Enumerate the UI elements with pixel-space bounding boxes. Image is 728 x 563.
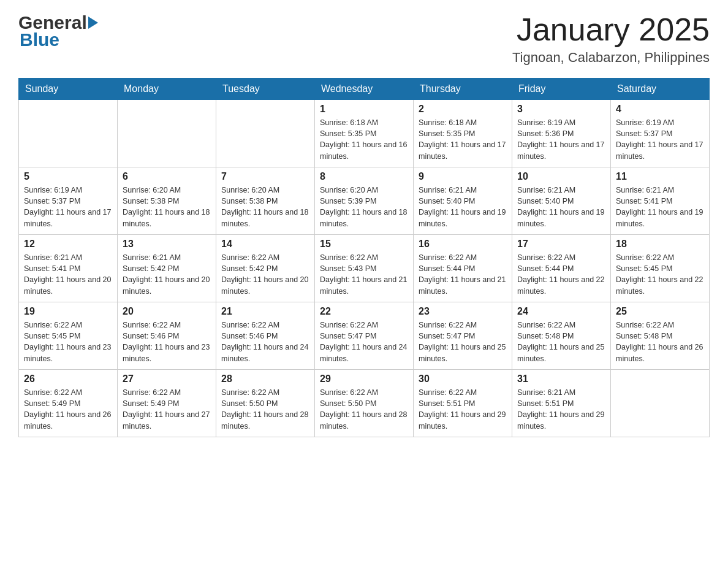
day-info: Sunrise: 6:20 AM Sunset: 5:38 PM Dayligh…	[123, 185, 211, 229]
day-info: Sunrise: 6:18 AM Sunset: 5:35 PM Dayligh…	[419, 117, 507, 162]
calendar-cell: 17Sunrise: 6:22 AM Sunset: 5:44 PM Dayli…	[512, 235, 611, 302]
calendar-cell: 28Sunrise: 6:22 AM Sunset: 5:50 PM Dayli…	[216, 370, 315, 437]
day-number: 31	[517, 373, 605, 385]
page-header: General Blue January 2025 Tignoan, Calab…	[18, 12, 710, 66]
logo: General Blue	[18, 12, 99, 50]
calendar-cell: 29Sunrise: 6:22 AM Sunset: 5:50 PM Dayli…	[315, 370, 414, 437]
day-number: 30	[419, 373, 507, 385]
day-number: 22	[320, 306, 408, 317]
day-info: Sunrise: 6:22 AM Sunset: 5:42 PM Dayligh…	[221, 252, 309, 297]
calendar-cell: 16Sunrise: 6:22 AM Sunset: 5:44 PM Dayli…	[414, 235, 512, 302]
calendar-cell: 18Sunrise: 6:22 AM Sunset: 5:45 PM Dayli…	[611, 235, 710, 302]
day-number: 19	[24, 306, 112, 317]
col-friday: Friday	[512, 79, 611, 100]
day-info: Sunrise: 6:21 AM Sunset: 5:42 PM Dayligh…	[123, 252, 211, 297]
day-info: Sunrise: 6:22 AM Sunset: 5:46 PM Dayligh…	[221, 320, 309, 364]
day-info: Sunrise: 6:20 AM Sunset: 5:39 PM Dayligh…	[320, 185, 408, 229]
day-number: 27	[123, 373, 211, 385]
day-info: Sunrise: 6:22 AM Sunset: 5:46 PM Dayligh…	[123, 320, 211, 364]
calendar-cell: 11Sunrise: 6:21 AM Sunset: 5:41 PM Dayli…	[611, 167, 710, 235]
calendar-cell: 30Sunrise: 6:22 AM Sunset: 5:51 PM Dayli…	[414, 370, 512, 437]
day-info: Sunrise: 6:21 AM Sunset: 5:41 PM Dayligh…	[24, 252, 112, 297]
col-thursday: Thursday	[414, 79, 512, 100]
day-number: 2	[419, 104, 507, 115]
calendar-cell: 23Sunrise: 6:22 AM Sunset: 5:47 PM Dayli…	[414, 302, 512, 370]
calendar-cell: 4Sunrise: 6:19 AM Sunset: 5:37 PM Daylig…	[611, 100, 710, 167]
day-number: 16	[419, 239, 507, 250]
day-info: Sunrise: 6:19 AM Sunset: 5:37 PM Dayligh…	[24, 185, 112, 229]
logo-blue-text: Blue	[18, 29, 99, 50]
calendar-week-row: 26Sunrise: 6:22 AM Sunset: 5:49 PM Dayli…	[19, 370, 710, 437]
day-number: 20	[123, 306, 211, 317]
col-tuesday: Tuesday	[216, 79, 315, 100]
day-info: Sunrise: 6:22 AM Sunset: 5:51 PM Dayligh…	[419, 387, 507, 432]
day-info: Sunrise: 6:21 AM Sunset: 5:41 PM Dayligh…	[616, 185, 704, 229]
calendar-cell: 20Sunrise: 6:22 AM Sunset: 5:46 PM Dayli…	[118, 302, 216, 370]
title-block: January 2025 Tignoan, Calabarzon, Philip…	[512, 12, 710, 66]
calendar-cell: 8Sunrise: 6:20 AM Sunset: 5:39 PM Daylig…	[315, 167, 414, 235]
day-number: 13	[123, 239, 211, 250]
day-info: Sunrise: 6:22 AM Sunset: 5:48 PM Dayligh…	[517, 320, 605, 364]
calendar-cell: 5Sunrise: 6:19 AM Sunset: 5:37 PM Daylig…	[19, 167, 118, 235]
day-number: 7	[221, 171, 309, 182]
calendar-cell: 19Sunrise: 6:22 AM Sunset: 5:45 PM Dayli…	[19, 302, 118, 370]
day-info: Sunrise: 6:22 AM Sunset: 5:44 PM Dayligh…	[517, 252, 605, 297]
day-info: Sunrise: 6:22 AM Sunset: 5:48 PM Dayligh…	[616, 320, 704, 364]
day-number: 29	[320, 373, 408, 385]
calendar-cell: 12Sunrise: 6:21 AM Sunset: 5:41 PM Dayli…	[19, 235, 118, 302]
calendar-cell: 21Sunrise: 6:22 AM Sunset: 5:46 PM Dayli…	[216, 302, 315, 370]
day-number: 6	[123, 171, 211, 182]
calendar-cell: 14Sunrise: 6:22 AM Sunset: 5:42 PM Dayli…	[216, 235, 315, 302]
day-number: 12	[24, 239, 112, 250]
day-info: Sunrise: 6:19 AM Sunset: 5:37 PM Dayligh…	[616, 117, 704, 162]
calendar-cell	[216, 100, 315, 167]
col-saturday: Saturday	[611, 79, 710, 100]
logo-arrow-icon	[88, 17, 98, 29]
location-subtitle: Tignoan, Calabarzon, Philippines	[512, 50, 710, 66]
calendar-cell	[19, 100, 118, 167]
calendar-cell: 7Sunrise: 6:20 AM Sunset: 5:38 PM Daylig…	[216, 167, 315, 235]
day-info: Sunrise: 6:22 AM Sunset: 5:44 PM Dayligh…	[419, 252, 507, 297]
day-number: 18	[616, 239, 704, 250]
day-number: 11	[616, 171, 704, 182]
day-number: 28	[221, 373, 309, 385]
calendar-cell: 13Sunrise: 6:21 AM Sunset: 5:42 PM Dayli…	[118, 235, 216, 302]
day-number: 24	[517, 306, 605, 317]
day-info: Sunrise: 6:22 AM Sunset: 5:47 PM Dayligh…	[320, 320, 408, 364]
calendar-cell: 27Sunrise: 6:22 AM Sunset: 5:49 PM Dayli…	[118, 370, 216, 437]
day-number: 21	[221, 306, 309, 317]
calendar-cell: 1Sunrise: 6:18 AM Sunset: 5:35 PM Daylig…	[315, 100, 414, 167]
calendar-cell: 24Sunrise: 6:22 AM Sunset: 5:48 PM Dayli…	[512, 302, 611, 370]
calendar-cell: 2Sunrise: 6:18 AM Sunset: 5:35 PM Daylig…	[414, 100, 512, 167]
day-info: Sunrise: 6:21 AM Sunset: 5:40 PM Dayligh…	[419, 185, 507, 229]
calendar-cell: 9Sunrise: 6:21 AM Sunset: 5:40 PM Daylig…	[414, 167, 512, 235]
day-number: 3	[517, 104, 605, 115]
calendar-header-row: Sunday Monday Tuesday Wednesday Thursday…	[19, 79, 710, 100]
calendar-week-row: 1Sunrise: 6:18 AM Sunset: 5:35 PM Daylig…	[19, 100, 710, 167]
calendar-week-row: 19Sunrise: 6:22 AM Sunset: 5:45 PM Dayli…	[19, 302, 710, 370]
day-info: Sunrise: 6:22 AM Sunset: 5:49 PM Dayligh…	[24, 387, 112, 432]
calendar-cell	[118, 100, 216, 167]
day-number: 26	[24, 373, 112, 385]
day-info: Sunrise: 6:22 AM Sunset: 5:45 PM Dayligh…	[24, 320, 112, 364]
calendar-week-row: 12Sunrise: 6:21 AM Sunset: 5:41 PM Dayli…	[19, 235, 710, 302]
calendar-cell	[611, 370, 710, 437]
day-info: Sunrise: 6:22 AM Sunset: 5:43 PM Dayligh…	[320, 252, 408, 297]
day-number: 10	[517, 171, 605, 182]
calendar-week-row: 5Sunrise: 6:19 AM Sunset: 5:37 PM Daylig…	[19, 167, 710, 235]
day-number: 25	[616, 306, 704, 317]
calendar-cell: 3Sunrise: 6:19 AM Sunset: 5:36 PM Daylig…	[512, 100, 611, 167]
col-wednesday: Wednesday	[315, 79, 414, 100]
day-number: 14	[221, 239, 309, 250]
calendar-cell: 10Sunrise: 6:21 AM Sunset: 5:40 PM Dayli…	[512, 167, 611, 235]
day-number: 1	[320, 104, 408, 115]
day-info: Sunrise: 6:21 AM Sunset: 5:40 PM Dayligh…	[517, 185, 605, 229]
calendar-cell: 31Sunrise: 6:21 AM Sunset: 5:51 PM Dayli…	[512, 370, 611, 437]
day-info: Sunrise: 6:22 AM Sunset: 5:50 PM Dayligh…	[320, 387, 408, 432]
day-number: 5	[24, 171, 112, 182]
day-info: Sunrise: 6:18 AM Sunset: 5:35 PM Dayligh…	[320, 117, 408, 162]
col-monday: Monday	[118, 79, 216, 100]
day-info: Sunrise: 6:19 AM Sunset: 5:36 PM Dayligh…	[517, 117, 605, 162]
day-info: Sunrise: 6:20 AM Sunset: 5:38 PM Dayligh…	[221, 185, 309, 229]
calendar-cell: 22Sunrise: 6:22 AM Sunset: 5:47 PM Dayli…	[315, 302, 414, 370]
